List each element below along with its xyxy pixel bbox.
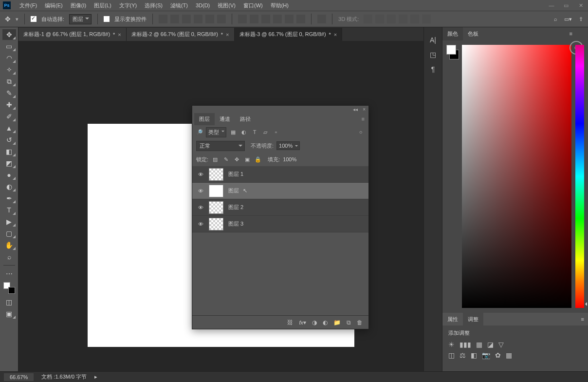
layer-thumbnail[interactable]: [209, 218, 223, 230]
panel-menu-icon[interactable]: ≡: [570, 31, 572, 37]
distribute-icon[interactable]: [285, 15, 294, 23]
quick-select-tool[interactable]: ✧: [2, 64, 16, 75]
align-icon[interactable]: [170, 15, 179, 23]
align-icon[interactable]: [205, 15, 214, 23]
blur-tool[interactable]: ●: [2, 170, 16, 180]
close-panel-icon[interactable]: ×: [363, 107, 366, 112]
filter-smart-icon[interactable]: ▫: [272, 129, 280, 135]
quick-mask-button[interactable]: ◫: [2, 297, 16, 307]
tab-adjustments[interactable]: 调整: [463, 313, 483, 326]
layer-thumbnail[interactable]: [209, 185, 223, 197]
layer-name[interactable]: 图层 3: [228, 220, 243, 228]
close-tab-icon[interactable]: ×: [226, 32, 229, 38]
zoom-field[interactable]: 66.67%: [4, 373, 34, 381]
layer-row[interactable]: 👁 图层 ↖: [192, 183, 368, 199]
lock-image-icon[interactable]: ✎: [222, 156, 230, 163]
menu-image[interactable]: 图像(I): [67, 0, 90, 11]
dodge-tool[interactable]: ◐: [2, 181, 16, 192]
layer-mask-icon[interactable]: ◑: [312, 319, 317, 326]
eraser-tool[interactable]: ◧: [2, 146, 16, 157]
type-tool[interactable]: T: [2, 205, 16, 215]
photo-filter-adj-icon[interactable]: 📷: [482, 351, 490, 359]
panel-menu-icon[interactable]: ≡: [581, 316, 584, 322]
filter-kind-dropdown[interactable]: 类型: [206, 127, 226, 137]
channel-mixer-adj-icon[interactable]: ✿: [495, 351, 501, 359]
link-layers-icon[interactable]: ⛓: [287, 319, 293, 326]
auto-align-icon[interactable]: [317, 15, 326, 23]
doc-info-caret-icon[interactable]: ▸: [94, 374, 97, 380]
color-picker-field[interactable]: [462, 45, 571, 308]
tab-swatches[interactable]: 色板: [463, 27, 483, 40]
align-icon[interactable]: [159, 15, 167, 23]
color-swatches[interactable]: [3, 282, 15, 294]
filter-search-icon[interactable]: 🔎: [196, 129, 203, 135]
layer-name[interactable]: 图层: [228, 187, 239, 194]
tab-paths[interactable]: 路径: [235, 113, 256, 125]
close-tab-icon[interactable]: ×: [118, 32, 121, 38]
adjustment-layer-icon[interactable]: ◐: [323, 319, 328, 326]
doc-info-label[interactable]: 文档 :1.63M/0 字节: [41, 373, 87, 381]
menu-view[interactable]: 视图(V): [214, 0, 239, 11]
vibrance-adj-icon[interactable]: ▽: [498, 341, 504, 348]
distribute-icon[interactable]: [261, 15, 270, 23]
distribute-icon[interactable]: [238, 15, 247, 23]
screen-mode-button[interactable]: ▣: [2, 308, 16, 319]
dropdown-caret-icon[interactable]: ▾: [16, 16, 18, 22]
lock-transparency-icon[interactable]: ▨: [211, 156, 219, 163]
document-tab[interactable]: 未标题-1 @ 66.7% (图层 1, RGB/8#)*×: [18, 28, 127, 41]
visibility-toggle-icon[interactable]: 👁: [197, 188, 204, 194]
layer-row[interactable]: 👁 图层 3: [192, 216, 368, 232]
color-balance-adj-icon[interactable]: ⚖: [459, 351, 466, 359]
eyedropper-tool[interactable]: ✎: [2, 88, 16, 98]
window-close-button[interactable]: ✕: [573, 0, 588, 11]
align-icon[interactable]: [194, 15, 202, 23]
layer-row[interactable]: 👁 图层 2: [192, 199, 368, 216]
document-tab[interactable]: 未标题-2 @ 66.7% (图层 0, RGB/8#)*×: [127, 28, 235, 41]
panel-menu-icon[interactable]: ≡: [362, 116, 365, 122]
window-minimize-button[interactable]: —: [544, 0, 559, 11]
character-panel-icon[interactable]: A|: [430, 36, 436, 44]
menu-3d[interactable]: 3D(D): [192, 0, 214, 11]
pen-tool[interactable]: ✒: [2, 193, 16, 204]
hand-tool[interactable]: ✋: [2, 240, 16, 250]
visibility-toggle-icon[interactable]: 👁: [197, 172, 204, 177]
hue-adj-icon[interactable]: ◫: [448, 351, 455, 359]
blend-mode-dropdown[interactable]: 正常: [196, 141, 245, 151]
lock-position-icon[interactable]: ✥: [233, 156, 240, 163]
brush-tool[interactable]: ✐: [2, 111, 16, 122]
layer-group-icon[interactable]: 📁: [333, 319, 341, 326]
path-select-tool[interactable]: ▶: [2, 216, 16, 227]
curves-adj-icon[interactable]: ▦: [476, 341, 482, 348]
auto-select-target-dropdown[interactable]: 图层: [69, 14, 92, 24]
gradient-tool[interactable]: ◩: [2, 158, 16, 169]
opacity-field[interactable]: 100%: [276, 141, 300, 150]
shape-tool[interactable]: ▢: [2, 228, 16, 239]
layer-row[interactable]: 👁 图层 1: [192, 166, 368, 183]
show-transform-checkbox[interactable]: [104, 16, 110, 22]
search-icon[interactable]: ⌕: [554, 16, 557, 22]
filter-type-icon[interactable]: T: [251, 129, 258, 135]
tab-color[interactable]: 颜色: [442, 27, 463, 40]
edit-toolbar-button[interactable]: ⋯: [2, 268, 16, 279]
visibility-toggle-icon[interactable]: 👁: [197, 221, 204, 227]
paragraph-panel-icon[interactable]: ◳: [430, 51, 436, 58]
layer-thumbnail[interactable]: [209, 168, 223, 181]
lock-all-icon[interactable]: 🔒: [254, 156, 262, 163]
healing-tool[interactable]: ✚: [2, 99, 16, 110]
layer-thumbnail[interactable]: [209, 201, 223, 214]
fill-field[interactable]: 100%: [283, 156, 296, 162]
filter-adjustment-icon[interactable]: ◐: [240, 129, 248, 135]
delete-layer-icon[interactable]: 🗑: [357, 319, 363, 326]
marquee-tool[interactable]: ▭: [2, 41, 16, 52]
filter-shape-icon[interactable]: ▱: [261, 129, 269, 135]
glyphs-panel-icon[interactable]: ¶: [431, 65, 435, 73]
lock-artboard-icon[interactable]: ▣: [243, 156, 251, 163]
menu-select[interactable]: 选择(S): [141, 0, 166, 11]
crop-tool[interactable]: ⧉: [2, 76, 16, 87]
filter-toggle-switch[interactable]: ○: [357, 129, 365, 135]
hue-slider[interactable]: [575, 45, 584, 308]
close-tab-icon[interactable]: ×: [334, 32, 337, 38]
align-icon[interactable]: [217, 15, 226, 23]
stamp-tool[interactable]: ▲: [2, 123, 16, 134]
menu-type[interactable]: 文字(Y): [115, 0, 141, 11]
